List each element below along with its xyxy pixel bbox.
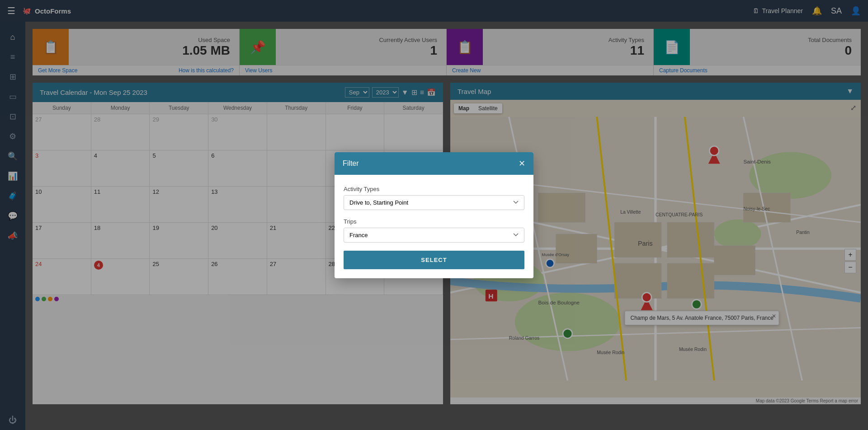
- activity-types-group: Activity Types Drive to, Starting Point …: [344, 186, 524, 210]
- filter-modal: Filter ✕ Activity Types Drive to, Starti…: [335, 152, 533, 278]
- trips-select[interactable]: France Germany Italy Spain USA: [344, 228, 524, 243]
- modal-overlay[interactable]: Filter ✕ Activity Types Drive to, Starti…: [0, 0, 868, 430]
- modal-title: Filter: [343, 159, 359, 168]
- modal-header: Filter ✕: [335, 152, 533, 175]
- trips-group: Trips France Germany Italy Spain USA: [344, 218, 524, 243]
- activity-types-select[interactable]: Drive to, Starting Point Walking Cycling…: [344, 195, 524, 210]
- modal-body: Activity Types Drive to, Starting Point …: [335, 175, 533, 278]
- modal-close-button[interactable]: ✕: [519, 159, 525, 168]
- activity-types-label: Activity Types: [344, 186, 524, 192]
- trips-label: Trips: [344, 218, 524, 225]
- modal-select-button[interactable]: SELECT: [344, 251, 524, 269]
